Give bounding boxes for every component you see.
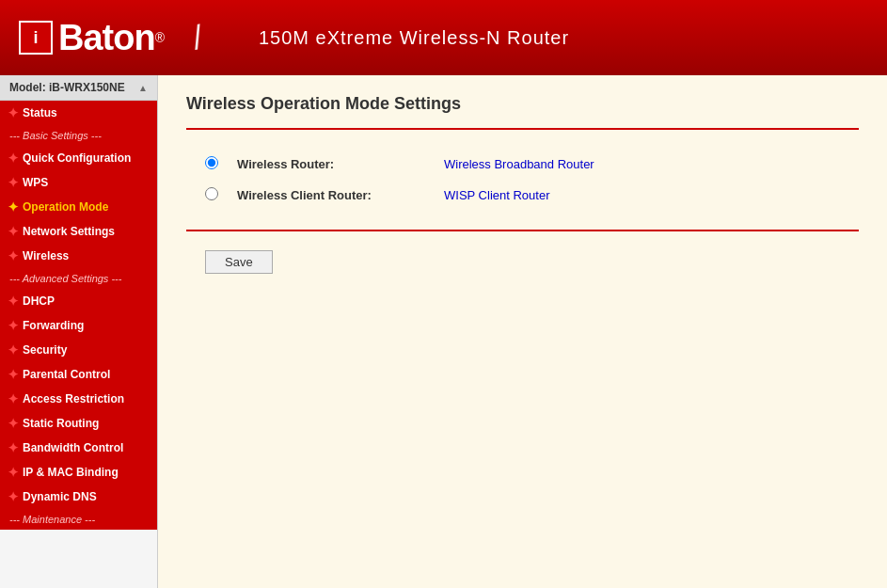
radio-wireless-client-router[interactable] <box>205 187 218 200</box>
bullet-icon: ✦ <box>8 224 19 239</box>
bullet-icon: ✦ <box>8 175 19 190</box>
model-label: Model: iB-WRX150NE <box>9 81 125 94</box>
option-row-wireless-router: Wireless Router:Wireless Broadband Route… <box>186 149 859 180</box>
sidebar-item-label: Dynamic DNS <box>23 490 97 503</box>
bullet-icon: ✦ <box>8 440 19 455</box>
scroll-up-icon[interactable]: ▲ <box>138 83 148 93</box>
sidebar-item-operation-mode[interactable]: ✦Operation Mode <box>0 195 157 219</box>
bullet-icon: ✦ <box>8 342 19 358</box>
logo-box: i <box>19 21 53 55</box>
sidebar-item-maintenance[interactable]: --- Maintenance --- <box>0 509 157 530</box>
sidebar-item-dhcp[interactable]: ✦DHCP <box>0 289 157 313</box>
bullet-icon: ✦ <box>8 318 19 333</box>
product-name: 150M eXtreme Wireless-N Router <box>259 27 569 49</box>
bullet-icon: ✦ <box>8 367 19 382</box>
logo-letter: i <box>33 28 38 48</box>
sidebar-item-label: WPS <box>23 176 48 189</box>
sidebar-item-static-routing[interactable]: ✦Static Routing <box>0 411 157 436</box>
content-area: Wireless Operation Mode Settings Wireles… <box>158 75 887 588</box>
sidebar-item-forwarding[interactable]: ✦Forwarding <box>0 313 157 338</box>
sidebar-item-quick-config[interactable]: ✦Quick Configuration <box>0 146 157 170</box>
bullet-icon: ✦ <box>8 199 19 215</box>
sidebar-item-basic-settings[interactable]: --- Basic Settings --- <box>0 125 157 146</box>
sidebar-item-label: Wireless <box>23 249 69 262</box>
sidebar-item-status[interactable]: ✦Status <box>0 101 157 125</box>
option-desc-wireless-router: Wireless Broadband Router <box>444 157 594 171</box>
options-table: Wireless Router:Wireless Broadband Route… <box>186 149 859 211</box>
sidebar-item-label: Security <box>23 343 67 357</box>
sidebar-item-access-restriction[interactable]: ✦Access Restriction <box>0 387 157 411</box>
bullet-icon: ✦ <box>8 105 19 120</box>
sidebar-item-label: Access Restriction <box>23 392 124 405</box>
sidebar-item-ip-mac-binding[interactable]: ✦IP & MAC Binding <box>0 460 157 485</box>
bullet-icon: ✦ <box>8 416 19 431</box>
sidebar-item-wireless[interactable]: ✦Wireless <box>0 244 157 268</box>
sidebar-item-network-settings[interactable]: ✦Network Settings <box>0 219 157 244</box>
sidebar-item-parental-control[interactable]: ✦Parental Control <box>0 362 157 387</box>
sidebar-item-label: IP & MAC Binding <box>23 466 119 479</box>
sidebar-item-label: Operation Mode <box>23 200 108 214</box>
bullet-icon: ✦ <box>8 489 19 504</box>
bottom-divider <box>186 230 859 231</box>
sidebar-item-label: Quick Configuration <box>23 151 131 165</box>
sidebar-item-dynamic-dns[interactable]: ✦Dynamic DNS <box>0 485 157 509</box>
save-section: Save <box>186 250 859 274</box>
model-bar: Model: iB-WRX150NE ▲ <box>0 75 157 101</box>
save-button[interactable]: Save <box>205 250 273 274</box>
top-divider <box>186 128 859 130</box>
sidebar-item-wps[interactable]: ✦WPS <box>0 170 157 195</box>
radio-wireless-router[interactable] <box>205 156 218 169</box>
option-row-wireless-client-router: Wireless Client Router:WISP Client Route… <box>186 180 859 211</box>
brand-registered: ® <box>155 30 165 45</box>
sidebar-item-label: Status <box>23 106 57 119</box>
bullet-icon: ✦ <box>8 465 19 480</box>
bullet-icon: ✦ <box>8 151 19 166</box>
option-label-wireless-client-router: Wireless Client Router: <box>237 188 372 202</box>
sidebar-item-label: DHCP <box>23 294 55 308</box>
sidebar-item-label: Parental Control <box>23 368 110 381</box>
sidebar-item-label: Bandwidth Control <box>23 441 123 454</box>
sidebar-item-label: Network Settings <box>23 225 115 238</box>
sidebar-item-advanced-settings[interactable]: --- Advanced Settings --- <box>0 268 157 289</box>
sidebar-item-bandwidth-control[interactable]: ✦Bandwidth Control <box>0 436 157 460</box>
option-desc-wireless-client-router: WISP Client Router <box>444 188 549 202</box>
sidebar-item-label: Forwarding <box>23 319 84 332</box>
header: i Baton ® / 150M eXtreme Wireless-N Rout… <box>0 0 887 75</box>
bullet-icon: ✦ <box>8 294 19 309</box>
sidebar-inner: ✦Status--- Basic Settings ---✦Quick Conf… <box>0 101 157 530</box>
bullet-icon: ✦ <box>8 248 19 263</box>
bullet-icon: ✦ <box>8 391 19 406</box>
sidebar: Model: iB-WRX150NE ▲ ✦Status--- Basic Se… <box>0 75 158 588</box>
sidebar-item-label: Static Routing <box>23 417 99 430</box>
brand-name: Baton <box>58 18 155 58</box>
option-label-wireless-router: Wireless Router: <box>237 157 334 171</box>
sidebar-item-security[interactable]: ✦Security <box>0 338 157 362</box>
main-layout: Model: iB-WRX150NE ▲ ✦Status--- Basic Se… <box>0 75 887 588</box>
page-title: Wireless Operation Mode Settings <box>186 94 859 114</box>
